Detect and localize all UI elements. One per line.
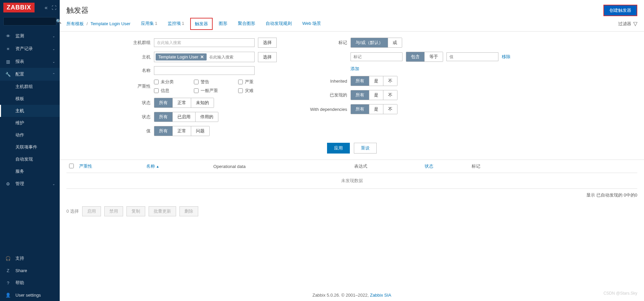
- bulk-copy-button[interactable]: 复制: [126, 206, 145, 216]
- value-all[interactable]: 所有: [154, 126, 173, 136]
- tag-value-input[interactable]: [446, 52, 498, 61]
- sub-hosts[interactable]: 主机: [0, 105, 60, 117]
- sub-correlation[interactable]: 关联项事件: [0, 141, 60, 153]
- name-input[interactable]: [154, 66, 255, 75]
- select-all-checkbox[interactable]: [69, 164, 74, 168]
- inherited-all[interactable]: 所有: [351, 76, 369, 86]
- col-status[interactable]: 状态: [422, 160, 469, 173]
- value-problem[interactable]: 问题: [191, 126, 209, 136]
- sort-asc-icon: ▲: [156, 165, 159, 168]
- tagmode-andor[interactable]: 与/或（默认）: [351, 38, 388, 47]
- tagop-equals[interactable]: 等于: [425, 52, 443, 61]
- hostgroup-select-button[interactable]: 选择: [258, 38, 277, 48]
- bulk-disable-button[interactable]: 禁用: [104, 206, 123, 216]
- tab-discovery[interactable]: 自动发现规则: [261, 18, 296, 30]
- sub-templates[interactable]: 模板: [0, 93, 60, 105]
- state-normal[interactable]: 正常: [173, 98, 191, 108]
- bc-template[interactable]: Template Login User: [91, 21, 130, 26]
- bulk-delete-button[interactable]: 删除: [179, 206, 198, 216]
- reset-button[interactable]: 重设: [354, 143, 377, 154]
- nav-usersettings[interactable]: 👤User settings: [0, 289, 60, 301]
- status-enabled[interactable]: 已启用: [173, 112, 196, 122]
- check-high[interactable]: 严重: [238, 79, 254, 85]
- triggers-table: 严重性 名称▲ Operational data 表达式 状态 标记 未发现数据: [66, 160, 637, 189]
- host-input[interactable]: [208, 54, 253, 60]
- nav-reports[interactable]: ▥报表⌄: [0, 55, 60, 68]
- filter-col-right: 标记 与/或（默认） 或 包含 等于 移除: [304, 38, 511, 136]
- chip-remove-icon[interactable]: ✕: [200, 54, 204, 59]
- bc-sep: /: [87, 21, 88, 26]
- col-name[interactable]: 名称▲: [144, 160, 211, 173]
- label-tags: 标记: [304, 40, 347, 46]
- check-disaster[interactable]: 灾难: [238, 88, 254, 94]
- check-unclassified[interactable]: 未分类: [154, 79, 174, 85]
- inherited-yes[interactable]: 是: [369, 76, 383, 86]
- nav-label: 监测: [15, 33, 24, 39]
- nav-share[interactable]: ZShare: [0, 265, 60, 276]
- discovered-no[interactable]: 不: [383, 90, 397, 100]
- label-hostgroup: 主机群组: [124, 40, 151, 46]
- nav-inventory[interactable]: ≡资产记录⌄: [0, 42, 60, 55]
- footer-link[interactable]: Zabbix SIA: [370, 293, 391, 298]
- deps-yes[interactable]: 是: [369, 104, 383, 114]
- nav-label: Share: [15, 268, 27, 273]
- nav-help[interactable]: ?帮助: [0, 276, 60, 289]
- nav-monitoring[interactable]: 👁监测⌄: [0, 30, 60, 42]
- deps-no[interactable]: 不: [383, 104, 397, 114]
- fullscreen-icon[interactable]: ⛶: [52, 5, 56, 10]
- tab-triggers[interactable]: 触发器: [190, 18, 213, 30]
- tag-remove-link[interactable]: 移除: [502, 54, 511, 60]
- footer: Zabbix 5.0.26. © 2001–2022, Zabbix SIA: [60, 289, 644, 301]
- discovered-all[interactable]: 所有: [351, 90, 369, 100]
- sub-maintenance[interactable]: 维护: [0, 117, 60, 129]
- bulk-massupdate-button[interactable]: 批量更新: [149, 206, 176, 216]
- tab-screens[interactable]: 聚合图形: [233, 18, 260, 30]
- search-input[interactable]: [6, 19, 56, 24]
- label-value: 值: [124, 128, 151, 134]
- host-select-button[interactable]: 选择: [258, 52, 277, 62]
- state-unknown[interactable]: 未知的: [191, 98, 214, 108]
- hostgroup-input[interactable]: [154, 38, 255, 47]
- nav-admin[interactable]: ⚙管理⌄: [0, 177, 60, 190]
- tagop-contains[interactable]: 包含: [406, 52, 425, 61]
- bulk-actions: 0 选择 启用 禁用 复制 批量更新 删除: [60, 202, 644, 221]
- host-chipbox[interactable]: Template Login User✕: [154, 52, 255, 62]
- check-warning[interactable]: 警告: [194, 79, 218, 85]
- nav-config[interactable]: 🔧配置⌃: [0, 68, 60, 81]
- tab-applications[interactable]: 应用集1: [137, 18, 162, 30]
- apply-button[interactable]: 应用: [327, 143, 350, 154]
- footer-text: Zabbix 5.0.26. © 2001–2022,: [312, 293, 370, 298]
- tagop-group: 包含 等于: [406, 52, 443, 62]
- check-average[interactable]: 一般严重: [194, 88, 218, 94]
- collapse-icon[interactable]: «: [45, 5, 48, 11]
- check-info[interactable]: 信息: [154, 88, 174, 94]
- value-ok[interactable]: 正常: [173, 126, 191, 136]
- status-disabled[interactable]: 停用的: [196, 112, 218, 122]
- inherited-no[interactable]: 不: [383, 76, 397, 86]
- deps-all[interactable]: 所有: [351, 104, 369, 114]
- nav-support[interactable]: 🎧支持: [0, 252, 60, 265]
- create-trigger-button[interactable]: 创建触发器: [603, 5, 637, 16]
- tab-graphs[interactable]: 图形: [214, 18, 232, 30]
- discovered-yes[interactable]: 是: [369, 90, 383, 100]
- bc-all-templates[interactable]: 所有模板: [66, 21, 84, 27]
- sub-discovery[interactable]: 自动发现: [0, 153, 60, 165]
- sub-actions[interactable]: 动作: [0, 129, 60, 141]
- status-group: 所有 已启用 停用的: [154, 112, 218, 122]
- tag-add-link[interactable]: 添加: [351, 66, 359, 72]
- tagmode-or[interactable]: 或: [388, 38, 402, 47]
- tag-name-input[interactable]: [351, 52, 402, 61]
- watermark: CSDN @Stars.Sky: [603, 291, 637, 296]
- config-subnav: 主机群组 模板 主机 维护 动作 关联项事件 自动发现 服务: [0, 81, 60, 177]
- status-all[interactable]: 所有: [154, 112, 173, 122]
- sub-services[interactable]: 服务: [0, 165, 60, 177]
- col-severity[interactable]: 严重性: [76, 160, 144, 173]
- tab-web[interactable]: Web 场景: [298, 18, 325, 30]
- state-all[interactable]: 所有: [154, 98, 173, 108]
- tab-items[interactable]: 监控项1: [163, 18, 189, 30]
- sidebar-search[interactable]: 🔍: [3, 17, 56, 26]
- sub-hostgroups[interactable]: 主机群组: [0, 81, 60, 93]
- bulk-enable-button[interactable]: 启用: [82, 206, 101, 216]
- filter-toggle[interactable]: 过滤器 ▽: [618, 20, 637, 27]
- page-header: 触发器 创建触发器: [60, 0, 644, 19]
